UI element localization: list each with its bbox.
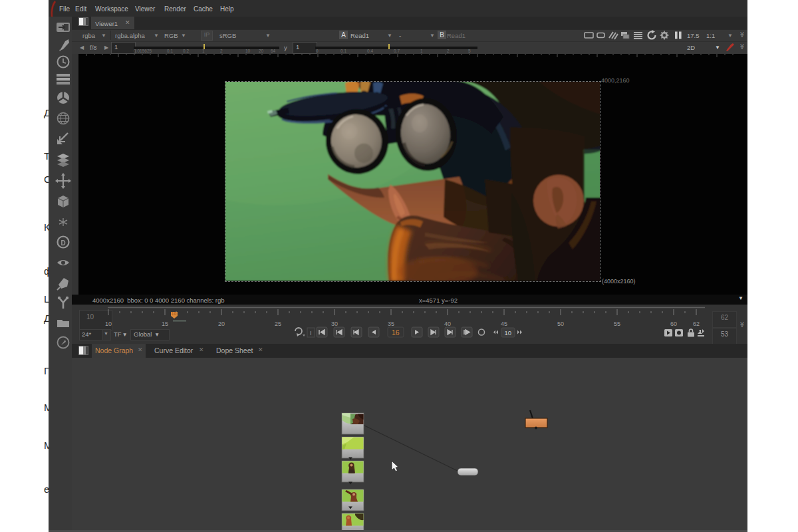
- svg-text:20: 20: [218, 321, 225, 327]
- svg-text:0: 0: [316, 49, 319, 53]
- svg-text:0.4: 0.4: [367, 49, 373, 53]
- svg-text:2: 2: [447, 49, 450, 53]
- svg-text:5: 5: [468, 49, 471, 53]
- svg-text:0.1: 0.1: [340, 49, 346, 53]
- svg-text:50: 50: [557, 321, 564, 327]
- svg-text:15: 15: [162, 321, 168, 327]
- svg-text:60: 60: [670, 321, 677, 327]
- svg-text:10: 10: [245, 49, 251, 53]
- svg-text:1: 1: [420, 49, 423, 53]
- svg-text:55: 55: [614, 321, 620, 327]
- svg-text:I: I: [310, 330, 312, 336]
- svg-text:20: 20: [259, 49, 264, 53]
- svg-text:0.015625: 0.015625: [134, 49, 152, 53]
- svg-text:25: 25: [275, 321, 281, 327]
- svg-text:10: 10: [105, 321, 112, 327]
- svg-text:62: 62: [693, 321, 700, 327]
- svg-text:16: 16: [392, 329, 400, 336]
- svg-text:16: 16: [172, 311, 177, 316]
- svg-text:1: 1: [202, 49, 205, 53]
- svg-text:0.7: 0.7: [394, 49, 400, 53]
- svg-text:D: D: [61, 239, 66, 247]
- svg-text:64: 64: [271, 49, 276, 53]
- svg-text:0.2: 0.2: [183, 49, 189, 53]
- svg-text:0.1: 0.1: [167, 49, 173, 53]
- svg-text:10: 10: [505, 329, 512, 336]
- svg-text:2: 2: [220, 49, 223, 53]
